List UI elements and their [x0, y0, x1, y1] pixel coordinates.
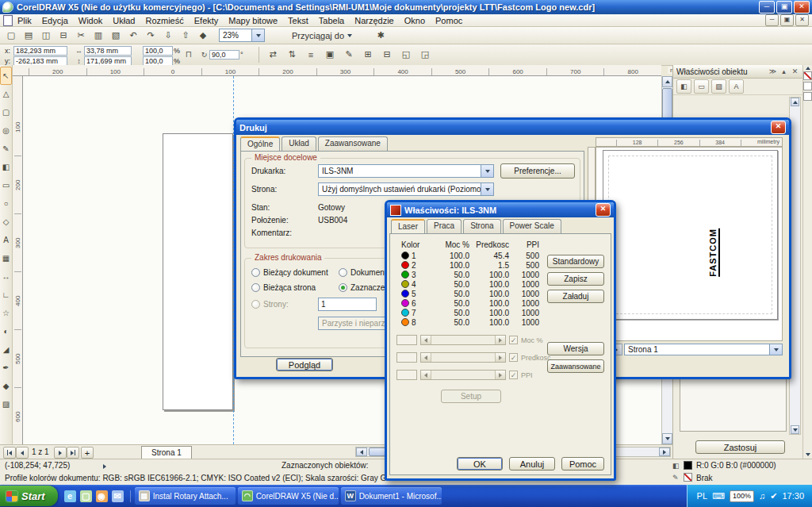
table-tool[interactable]: ▦	[0, 249, 12, 267]
radio-icon[interactable]	[251, 268, 260, 277]
keyboard-layout-icon[interactable]: ⌨	[712, 491, 725, 501]
menu-item[interactable]: Pomoc	[435, 16, 462, 25]
close-button[interactable]: ✕	[794, 1, 810, 13]
tab-strona[interactable]: Strona	[463, 219, 500, 233]
outline-color-swatch[interactable]	[684, 473, 692, 482]
printer-select[interactable]: ILS-3NM	[318, 164, 494, 178]
pen-row[interactable]: 1 100.0 45.4 500	[401, 251, 539, 260]
wrap-text-icon[interactable]: ▣	[322, 47, 338, 62]
load-button[interactable]: Załaduj	[547, 290, 604, 303]
fill-tool[interactable]: ◆	[0, 377, 12, 395]
scroll-right-icon[interactable]	[659, 447, 670, 456]
pen-row[interactable]: 2 100.0 1.5 500	[401, 260, 539, 270]
scroll-down-icon[interactable]	[662, 433, 672, 444]
ppi-field[interactable]	[396, 370, 417, 380]
no-color-well[interactable]	[803, 71, 812, 80]
zoom-tool[interactable]: ◎	[0, 121, 12, 140]
tab-power-scale[interactable]: Power Scale	[503, 219, 561, 233]
object-x-field[interactable]: 182,293 mm	[13, 46, 67, 56]
start-button[interactable]: Start	[0, 486, 58, 506]
import-icon[interactable]: ⇩	[160, 29, 176, 43]
paste-icon[interactable]: ▧	[108, 29, 124, 43]
rectangle-tool[interactable]: ▭	[0, 176, 12, 194]
palette-scroll-up-icon[interactable]	[806, 67, 810, 70]
scroll-left-icon[interactable]	[356, 447, 367, 456]
menu-item[interactable]: Tabela	[319, 16, 344, 25]
speed-slider[interactable]	[420, 352, 506, 363]
rotation-angle-field[interactable]: 90,0	[209, 50, 239, 60]
ellipse-tool[interactable]: ○	[0, 194, 12, 213]
page-tab[interactable]: Strona 1	[141, 446, 192, 459]
docker-close-icon[interactable]: ✕	[791, 67, 799, 75]
status-expand-icon[interactable]	[103, 464, 106, 469]
docker-flyout-icon[interactable]: ≫	[768, 67, 777, 75]
advanced-button[interactable]: Zaawansowane	[547, 359, 604, 373]
connector-tool[interactable]: ∟	[0, 286, 12, 304]
pen-row[interactable]: 5 50.0 100.0 1000	[401, 289, 539, 298]
chevron-down-icon[interactable]	[481, 165, 493, 177]
cut-icon[interactable]: ✂	[73, 29, 89, 43]
pen-row[interactable]: 8 50.0 100.0 1000	[401, 317, 539, 327]
ok-button[interactable]: OK	[457, 457, 503, 471]
document-page[interactable]	[163, 133, 233, 410]
language-indicator[interactable]: PL	[697, 491, 707, 501]
radio-icon[interactable]	[251, 283, 260, 292]
vertical-ruler[interactable]: 100200300400500600	[13, 76, 23, 444]
pick-tool[interactable]: ↖	[0, 67, 12, 85]
media-player-icon[interactable]: ◉	[96, 490, 108, 502]
show-desktop-icon[interactable]: ▢	[80, 490, 92, 502]
ppi-checkbox[interactable]: ✓	[509, 371, 518, 379]
scale-h-field[interactable]: 100,0	[143, 46, 173, 56]
version-button[interactable]: Wersja	[547, 342, 604, 355]
menu-item[interactable]: Edycja	[42, 16, 68, 25]
horizontal-ruler[interactable]: 2001000100200300400500600700800 milimetr…	[13, 65, 661, 76]
text-tool[interactable]: A	[0, 231, 12, 249]
tab-laser[interactable]: Laser	[391, 219, 425, 233]
redo-icon[interactable]: ↷	[143, 29, 159, 43]
clock[interactable]: 17:30	[782, 491, 804, 501]
blend-tool[interactable]: ◐	[0, 322, 12, 340]
eyedropper-tool[interactable]: ◢	[0, 340, 12, 359]
radio-checked-icon[interactable]	[339, 283, 347, 292]
close-icon[interactable]: ✕	[596, 203, 611, 217]
pen-row[interactable]: 7 50.0 100.0 1000	[401, 308, 539, 317]
power-field[interactable]	[396, 335, 417, 345]
taskbar-task-button[interactable]: ▤ Instal Rotary Attach...	[135, 487, 236, 505]
polygon-tool[interactable]: ◇	[0, 213, 12, 231]
setup-button[interactable]: Setup	[441, 390, 501, 403]
doc-close-button[interactable]: ✕	[795, 14, 809, 26]
standard-button[interactable]: Standardowy	[547, 255, 604, 268]
mirror-horizontal-icon[interactable]: ⇄	[265, 47, 281, 62]
ppi-slider[interactable]	[420, 370, 506, 380]
group-icon[interactable]: ⊞	[360, 47, 376, 62]
props-dialog-titlebar[interactable]: Właściwości: ILS-3NM ✕	[387, 202, 614, 217]
text-tab-icon[interactable]: A	[729, 79, 744, 94]
pages-option[interactable]: Strony:	[251, 300, 289, 309]
transparency-tab-icon[interactable]: ▨	[711, 79, 726, 94]
first-page-button[interactable]	[3, 447, 16, 459]
print-preview-button[interactable]: Podgląd	[276, 358, 333, 371]
object-width-field[interactable]: 33,78 mm	[84, 46, 132, 56]
snap-to-dropdown[interactable]: Przyciągaj do	[287, 29, 357, 42]
to-back-icon[interactable]: ◲	[417, 47, 433, 62]
outlook-icon[interactable]: ✉	[112, 490, 124, 502]
doc-restore-button[interactable]: ▣	[780, 14, 794, 26]
help-button[interactable]: Pomoc	[561, 457, 604, 471]
outline-width-icon[interactable]: ≡	[303, 47, 319, 62]
basic-shapes-tool[interactable]: ☆	[0, 304, 12, 322]
preview-view[interactable]: FASTCOM	[596, 147, 783, 341]
zoom-level-select[interactable]: 23%	[219, 29, 265, 42]
palette-scroll-down-icon[interactable]	[806, 453, 810, 456]
outline-pen-tool[interactable]: ✒	[0, 359, 12, 377]
pen-row[interactable]: 3 50.0 100.0 1000	[401, 270, 539, 279]
documents-option[interactable]: Dokumenty	[339, 268, 391, 277]
close-icon[interactable]: ✕	[771, 121, 786, 134]
pen-row[interactable]: 6 50.0 100.0 1000	[401, 298, 539, 308]
apply-button[interactable]: Zastosuj	[695, 440, 785, 454]
last-page-button[interactable]	[67, 447, 79, 459]
pen-row[interactable]: 4 50.0 100.0 1000	[401, 279, 539, 289]
taskbar-task-button[interactable]: W Dokument1 - Microsof...	[341, 487, 442, 505]
save-icon[interactable]: ◫	[38, 29, 54, 43]
menu-item[interactable]: Narzędzie	[354, 16, 394, 25]
export-icon[interactable]: ⇧	[178, 29, 193, 43]
